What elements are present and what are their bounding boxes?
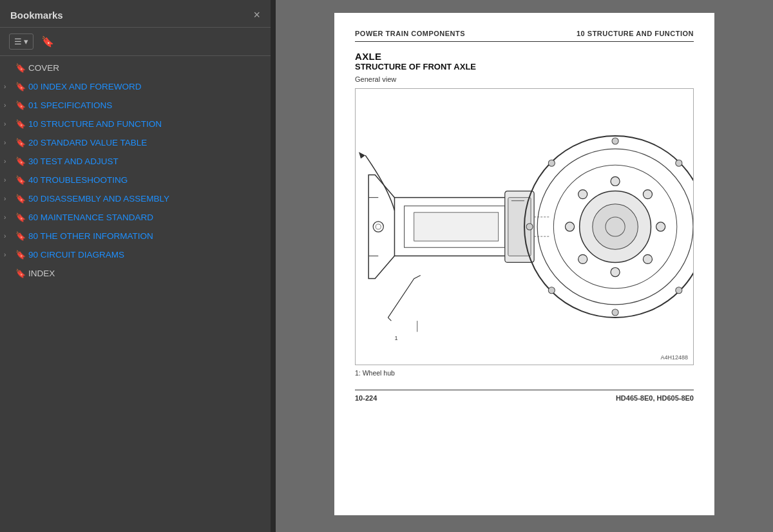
sidebar-item-label: INDEX bbox=[28, 269, 55, 278]
sidebar-item-label: 90 CIRCUIT DIAGRAMS bbox=[28, 250, 124, 260]
sidebar-item-label: 50 DISASSEMBLY AND ASSEMBLY bbox=[28, 194, 169, 204]
page-number: 10-224 bbox=[355, 394, 377, 402]
svg-line-5 bbox=[388, 318, 391, 321]
expand-icon: › bbox=[4, 120, 13, 128]
svg-text:1: 1 bbox=[394, 335, 397, 341]
svg-point-22 bbox=[612, 138, 618, 144]
expand-icon: › bbox=[4, 214, 13, 221]
sidebar-item-index[interactable]: 🔖 INDEX bbox=[0, 264, 271, 283]
svg-point-16 bbox=[565, 222, 574, 231]
bookmark-marker-icon: 🔖 bbox=[15, 157, 26, 166]
bookmark-marker-icon: 🔖 bbox=[15, 250, 26, 260]
bookmark-marker-icon: 🔖 bbox=[15, 63, 26, 73]
sidebar-item-label: 30 TEST AND ADJUST bbox=[28, 157, 119, 166]
document-header: POWER TRAIN COMPONENTS 10 STRUCTURE AND … bbox=[355, 30, 694, 42]
svg-point-15 bbox=[611, 267, 620, 276]
list-icon: ☰ bbox=[14, 37, 22, 46]
sidebar-item-label: 80 THE OTHER INFORMATION bbox=[28, 231, 153, 241]
expand-icon: › bbox=[4, 102, 13, 109]
sidebar-item-60[interactable]: › 🔖 60 MAINTENANCE STANDARD bbox=[0, 208, 271, 227]
document-image: 1 A4H12488 bbox=[355, 88, 694, 365]
bookmark-marker-icon: 🔖 bbox=[15, 269, 26, 278]
sidebar-item-90[interactable]: › 🔖 90 CIRCUIT DIAGRAMS bbox=[0, 245, 271, 264]
list-view-button[interactable]: ☰ ▾ bbox=[9, 33, 33, 50]
svg-point-12 bbox=[593, 204, 638, 250]
main-content: AUTOPDF.NET POWER TRAIN COMPONENTS 10 ST… bbox=[276, 0, 773, 532]
svg-point-21 bbox=[643, 254, 652, 263]
bookmark-marker-icon: 🔖 bbox=[15, 119, 26, 129]
sidebar-item-cover[interactable]: 🔖 COVER bbox=[0, 59, 271, 77]
title-section: AXLE STRUCTURE OF FRONT AXLE bbox=[355, 51, 694, 71]
sidebar-item-01[interactable]: › 🔖 01 SPECIFICATIONS bbox=[0, 96, 271, 115]
bookmark-icon: 🔖 bbox=[41, 36, 54, 47]
document-footer: 10-224 HD465-8E0, HD605-8E0 bbox=[355, 390, 694, 402]
dropdown-arrow: ▾ bbox=[24, 37, 28, 46]
sidebar-item-label: 60 MAINTENANCE STANDARD bbox=[28, 213, 153, 222]
bookmark-marker-icon: 🔖 bbox=[15, 175, 26, 185]
sidebar-item-80[interactable]: › 🔖 80 THE OTHER INFORMATION bbox=[0, 227, 271, 245]
main-title: AXLE bbox=[355, 51, 694, 62]
panel-divider bbox=[271, 0, 276, 532]
expand-icon: › bbox=[4, 158, 13, 165]
svg-point-29 bbox=[676, 287, 682, 294]
sidebar-header: Bookmarks × bbox=[0, 0, 271, 28]
expand-icon: › bbox=[4, 233, 13, 240]
sidebar-item-label: COVER bbox=[28, 63, 59, 73]
sidebar-item-label: 40 TROUBLESHOOTING bbox=[28, 175, 128, 185]
svg-point-24 bbox=[526, 223, 533, 230]
svg-point-20 bbox=[578, 254, 587, 263]
bookmark-marker-icon: 🔖 bbox=[15, 138, 26, 147]
image-caption: 1: Wheel hub bbox=[355, 369, 694, 377]
svg-point-23 bbox=[612, 309, 618, 316]
bookmark-list: 🔖 COVER › 🔖 00 INDEX AND FOREWORD › 🔖 01… bbox=[0, 56, 271, 532]
document-page: POWER TRAIN COMPONENTS 10 STRUCTURE AND … bbox=[334, 13, 714, 515]
svg-point-18 bbox=[578, 190, 587, 199]
bookmark-marker-icon: 🔖 bbox=[15, 82, 26, 91]
sidebar-title: Bookmarks bbox=[10, 10, 63, 21]
svg-point-27 bbox=[676, 160, 682, 166]
header-right: 10 STRUCTURE AND FUNCTION bbox=[577, 30, 694, 37]
close-button[interactable]: × bbox=[253, 9, 260, 21]
bookmark-icon-button[interactable]: 🔖 bbox=[37, 33, 58, 50]
bookmark-marker-icon: 🔖 bbox=[15, 194, 26, 204]
svg-point-26 bbox=[548, 160, 555, 166]
svg-point-4 bbox=[376, 224, 381, 229]
expand-icon: › bbox=[4, 251, 13, 258]
general-view-label: General view bbox=[355, 75, 694, 83]
sidebar-item-20[interactable]: › 🔖 20 STANDARD VALUE TABLE bbox=[0, 133, 271, 152]
expand-icon: › bbox=[4, 195, 13, 202]
expand-icon: › bbox=[4, 176, 13, 184]
sidebar-item-00[interactable]: › 🔖 00 INDEX AND FOREWORD bbox=[0, 77, 271, 96]
sidebar-item-30[interactable]: › 🔖 30 TEST AND ADJUST bbox=[0, 152, 271, 171]
expand-icon: › bbox=[4, 83, 13, 90]
sidebar-item-50[interactable]: › 🔖 50 DISASSEMBLY AND ASSEMBLY bbox=[0, 189, 271, 208]
sidebar-item-10[interactable]: › 🔖 10 STRUCTURE AND FUNCTION bbox=[0, 115, 271, 133]
svg-point-19 bbox=[643, 190, 652, 199]
sidebar-item-label: 00 INDEX AND FOREWORD bbox=[28, 82, 142, 91]
sidebar-item-label: 10 STRUCTURE AND FUNCTION bbox=[28, 119, 162, 129]
svg-point-14 bbox=[611, 176, 620, 185]
sub-title: STRUCTURE OF FRONT AXLE bbox=[355, 62, 694, 71]
bookmark-marker-icon: 🔖 bbox=[15, 213, 26, 222]
sidebar-toolbar: ☰ ▾ 🔖 bbox=[0, 28, 271, 56]
bookmark-marker-icon: 🔖 bbox=[15, 100, 26, 110]
sidebar-item-label: 20 STANDARD VALUE TABLE bbox=[28, 138, 147, 147]
header-left: POWER TRAIN COMPONENTS bbox=[355, 30, 465, 37]
svg-point-28 bbox=[548, 287, 555, 294]
axle-drawing: 1 bbox=[356, 89, 693, 365]
svg-rect-2 bbox=[414, 213, 499, 241]
expand-icon: › bbox=[4, 139, 13, 146]
model-number: HD465-8E0, HD605-8E0 bbox=[616, 394, 694, 402]
image-code: A4H12488 bbox=[660, 354, 688, 361]
sidebar-item-label: 01 SPECIFICATIONS bbox=[28, 100, 112, 110]
sidebar: Bookmarks × ☰ ▾ 🔖 🔖 COVER › 🔖 00 INDEX A… bbox=[0, 0, 271, 532]
svg-point-17 bbox=[656, 222, 665, 231]
bookmark-marker-icon: 🔖 bbox=[15, 231, 26, 241]
sidebar-item-40[interactable]: › 🔖 40 TROUBLESHOOTING bbox=[0, 171, 271, 189]
svg-point-3 bbox=[373, 222, 383, 232]
